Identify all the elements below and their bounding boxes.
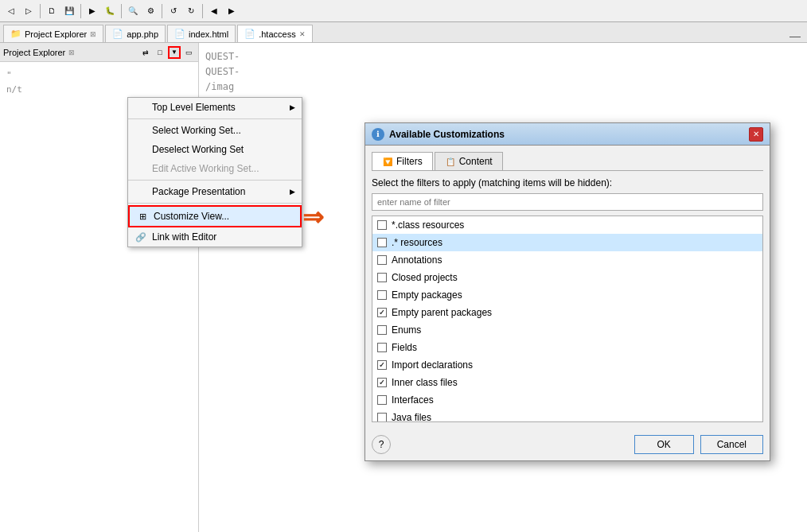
tab-icon-index: 📄 (174, 29, 185, 39)
editor-text-quest: QUEST-QUEST-/imag (205, 51, 240, 92)
dialog-tab-content[interactable]: 📋 Content (435, 152, 503, 170)
panel-expand-btn[interactable]: ▭ (182, 46, 195, 59)
filter-item[interactable]: Fields (372, 339, 762, 356)
filter-checkbox[interactable] (377, 378, 387, 387)
toolbar-redo[interactable]: ↻ (183, 3, 199, 19)
toolbar-prev[interactable]: ◀ (206, 3, 222, 19)
menu-icon-deselect (134, 143, 147, 156)
dialog-cancel-btn[interactable]: Cancel (700, 435, 763, 454)
content-tab-label: Content (459, 156, 493, 167)
tab-label-index: index.html (189, 29, 228, 39)
menu-item-link-editor[interactable]: 🔗 Link with Editor (128, 227, 302, 247)
panel-title: Project Explorer (3, 48, 65, 57)
menu-item-deselect-ws[interactable]: Deselect Working Set (128, 140, 302, 159)
filter-checkbox[interactable] (377, 255, 387, 265)
dialog-title-icon: ℹ (372, 128, 384, 141)
filter-checkbox[interactable] (377, 220, 387, 230)
toolbar-next[interactable]: ▶ (224, 3, 240, 19)
tab-label-ht: .htaccess (259, 29, 295, 39)
filter-label: Annotations (392, 254, 442, 266)
toolbar-run[interactable]: ▶ (84, 3, 100, 19)
filter-checkbox[interactable] (377, 413, 387, 422)
panel-dropdown-btn[interactable]: ▼ (168, 46, 181, 59)
menu-label-select: Select Working Set... (152, 125, 241, 136)
filter-label: Enums (392, 324, 421, 336)
filter-item[interactable]: Enums (372, 321, 762, 339)
tab-indexhtml[interactable]: 📄 index.html (167, 25, 236, 42)
tab-project-explorer[interactable]: 📁 Project Explorer ⊠ (3, 25, 103, 42)
panel-sync-btn[interactable]: ⇄ (139, 46, 152, 59)
filter-item[interactable]: Annotations (372, 251, 762, 269)
menu-item-edit-ws: Edit Active Working Set... (128, 159, 302, 178)
content-tab-icon: 📋 (445, 156, 456, 167)
tab-right-controls: — (789, 29, 807, 42)
filter-search-input[interactable] (372, 193, 763, 211)
panel-collapse-btn[interactable]: □ (154, 46, 166, 59)
filter-item[interactable]: *.class resources (372, 216, 762, 234)
toolbar-save[interactable]: 💾 (61, 3, 77, 19)
menu-icon-link: 🔗 (134, 231, 147, 243)
available-customizations-dialog: ℹ Available Customizations ✕ 🔽 Filters 📋… (365, 122, 770, 461)
filter-checkbox[interactable] (377, 360, 387, 370)
toolbar-search[interactable]: 🔍 (125, 3, 141, 19)
dialog-titlebar: ℹ Available Customizations ✕ (365, 123, 770, 146)
tab-htaccess[interactable]: 📄 .htaccess ✕ (237, 25, 312, 42)
filter-checkbox[interactable] (377, 238, 387, 247)
menu-label-deselect: Deselect Working Set (152, 144, 244, 155)
toolbar-fwd[interactable]: ▷ (21, 3, 37, 19)
filter-item[interactable]: Inner class files (372, 374, 762, 391)
filter-checkbox[interactable] (377, 325, 387, 335)
filter-item[interactable]: .* resources (372, 234, 762, 251)
filter-item[interactable]: Import declarations (372, 356, 762, 374)
dialog-ok-btn[interactable]: OK (634, 435, 694, 454)
filter-item[interactable]: Java files (372, 409, 762, 422)
dialog-tab-filters[interactable]: 🔽 Filters (372, 152, 433, 170)
toolbar-sep-5 (202, 4, 203, 18)
toolbar: ◁ ▷ 🗋 💾 ▶ 🐛 🔍 ⚙ ↺ ↻ ◀ ▶ (0, 0, 807, 22)
editor-lines: QUEST-QUEST-/imag (199, 43, 807, 102)
tab-appphp[interactable]: 📄 app.php (105, 25, 166, 42)
filter-checkbox[interactable] (377, 290, 387, 300)
filter-item[interactable]: Interfaces (372, 391, 762, 409)
filter-label: Empty parent packages (392, 307, 492, 318)
filter-list[interactable]: *.class resources.* resourcesAnnotations… (372, 216, 763, 422)
dialog-description: Select the filters to apply (matching it… (372, 177, 763, 188)
tab-label-project: Project Explorer (25, 29, 87, 39)
filter-item[interactable]: Empty packages (372, 286, 762, 304)
editor-line-1: " (6, 68, 192, 83)
menu-item-select-ws[interactable]: Select Working Set... (128, 121, 302, 140)
filter-label: Closed projects (392, 272, 458, 283)
filter-label: .* resources (392, 237, 442, 248)
tab-icon-app: 📄 (112, 29, 123, 39)
toolbar-back[interactable]: ◁ (3, 3, 19, 19)
toolbar-settings[interactable]: ⚙ (142, 3, 158, 19)
menu-item-top-level[interactable]: Top Level Elements (128, 98, 302, 117)
toolbar-sep-2 (80, 4, 81, 18)
toolbar-debug[interactable]: 🐛 (102, 3, 118, 19)
filter-tab-label: Filters (396, 156, 423, 167)
dialog-help-btn[interactable]: ? (372, 435, 391, 454)
menu-label-link: Link with Editor (152, 231, 216, 243)
panel-header: Project Explorer ⊠ ⇄ □ ▼ ▭ (0, 43, 198, 62)
filter-label: Inner class files (392, 377, 458, 388)
menu-icon-package (134, 185, 147, 198)
filter-checkbox[interactable] (377, 343, 387, 352)
toolbar-sep-3 (121, 4, 122, 18)
filter-label: *.class resources (392, 219, 464, 231)
filter-label: Fields (392, 342, 417, 353)
filter-item[interactable]: Closed projects (372, 269, 762, 286)
toolbar-undo[interactable]: ↺ (166, 3, 181, 19)
minimize-icon[interactable]: — (789, 29, 801, 42)
filter-checkbox[interactable] (377, 395, 387, 405)
tab-close-ht[interactable]: ✕ (299, 30, 306, 38)
filter-checkbox[interactable] (377, 308, 387, 317)
menu-item-customize[interactable]: ⊞ Customize View... (128, 205, 302, 227)
filter-checkbox[interactable] (377, 273, 387, 282)
editor-line-2: n/t (6, 83, 192, 97)
dialog-close-btn[interactable]: ✕ (749, 127, 763, 142)
filter-item[interactable]: Empty parent packages (372, 304, 762, 321)
menu-item-package[interactable]: Package Presentation (128, 182, 302, 201)
arrow-symbol: ⇒ (302, 203, 324, 231)
filter-label: Interfaces (392, 394, 434, 406)
toolbar-new[interactable]: 🗋 (44, 3, 60, 19)
